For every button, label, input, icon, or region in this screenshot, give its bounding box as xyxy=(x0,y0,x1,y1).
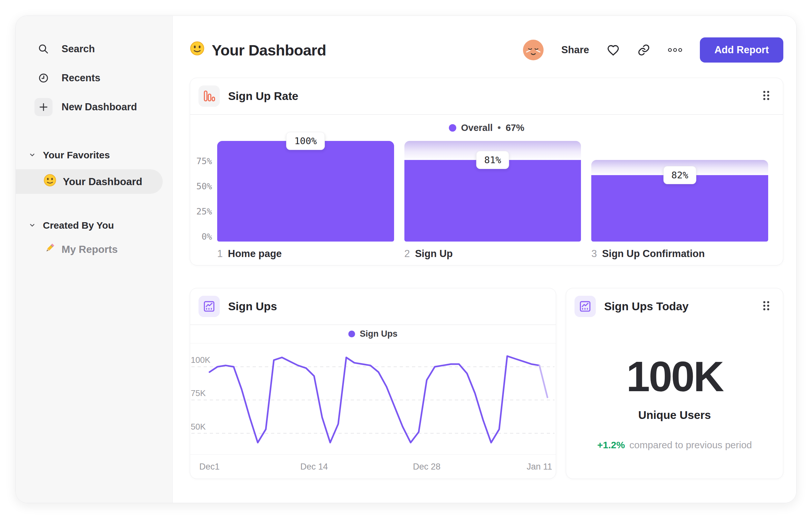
line-x-tick: Jan 11 xyxy=(526,462,552,472)
signups-card-header: Sign Ups xyxy=(190,288,556,324)
signups-line-chart: 100K75K50K xyxy=(190,344,556,455)
signups-series-line xyxy=(209,356,540,442)
step-number: 3 xyxy=(591,248,597,260)
pencil-emoji-icon xyxy=(44,242,56,257)
funnel-y-axis: 75%50%25%0% xyxy=(192,141,212,242)
legend-dot xyxy=(348,331,355,337)
share-button[interactable]: Share xyxy=(561,44,589,56)
step-name: Sign Up xyxy=(415,248,453,260)
legend-separator: • xyxy=(497,123,501,133)
line-x-axis: Dec1Dec 14Dec 28Jan 11 xyxy=(190,455,556,479)
step-number: 1 xyxy=(217,248,223,260)
line-plot-area[interactable]: 100K75K50K xyxy=(190,344,556,455)
sidebar-item-label: My Reports xyxy=(62,243,118,255)
funnel-bar-2[interactable]: 81% xyxy=(404,141,581,242)
page-title: Your Dashboard xyxy=(212,41,326,59)
funnel-bar-value-badge: 100% xyxy=(286,132,325,150)
funnel-step-label: 2Sign Up xyxy=(404,248,581,260)
delta-row: +1.2% compared to previous period xyxy=(566,440,783,451)
sidebar-item-label: Recents xyxy=(62,72,100,84)
favorite-heart-icon[interactable] xyxy=(606,43,620,57)
line-chart-icon xyxy=(575,296,596,317)
legend-value: 67% xyxy=(505,123,524,133)
sidebar-item-recents[interactable]: Recents xyxy=(16,63,172,92)
funnel-bar-3[interactable]: 82% xyxy=(591,141,768,242)
signups-today-card-header: Sign Ups Today xyxy=(566,288,783,324)
card-title: Sign Ups Today xyxy=(604,300,689,313)
plus-icon xyxy=(34,98,53,116)
avatar[interactable] xyxy=(523,39,544,61)
signups-series-line xyxy=(540,365,547,397)
clock-icon xyxy=(34,69,53,87)
add-report-button[interactable]: Add Report xyxy=(700,37,783,62)
card-title: Sign Ups xyxy=(228,300,277,313)
funnel-step-labels: 1Home page2Sign Up3Sign Up Confirmation xyxy=(217,242,768,260)
more-options-icon[interactable] xyxy=(668,48,683,52)
sidebar-item-label: New Dashboard xyxy=(62,101,137,113)
funnel-bar-fill xyxy=(591,175,768,242)
signup-rate-card: Sign Up Rate Overall • 67% xyxy=(190,78,783,265)
header-controls: Share xyxy=(523,37,783,62)
step-number: 2 xyxy=(404,248,410,260)
drag-handle-icon[interactable] xyxy=(762,300,771,313)
sidebar-section-created-by-you[interactable]: Created By You xyxy=(16,214,172,237)
section-label: Created By You xyxy=(43,220,114,231)
funnel-chart: 75%50%25%0% 100%81%82% 1Home page2Sign U… xyxy=(190,140,783,265)
dashboard-header: Your Dashboard Share xyxy=(190,34,783,65)
line-y-tick: 50K xyxy=(191,422,206,431)
line-x-tick: Dec 14 xyxy=(300,462,328,472)
legend-dot xyxy=(449,124,456,132)
sidebar-item-my-reports[interactable]: My Reports xyxy=(16,237,172,262)
funnel-bar-value-badge: 82% xyxy=(663,166,696,184)
sidebar-item-label: Your Dashboard xyxy=(63,176,142,188)
funnel-bar-fill xyxy=(217,141,394,242)
main-area: Your Dashboard Share xyxy=(173,16,796,503)
signups-today-card: Sign Ups Today 100K Unique Users xyxy=(566,288,783,479)
line-legend: Sign Ups xyxy=(190,325,556,344)
page-title-wrap: Your Dashboard xyxy=(190,41,326,59)
funnel-y-tick: 75% xyxy=(196,156,212,166)
sidebar: Search Recents New Dashboard xyxy=(16,16,173,503)
legend-label: Overall xyxy=(461,123,493,133)
smiley-emoji-icon xyxy=(44,174,56,189)
signups-card: Sign Ups Sign Ups 100K75K50K Dec1Dec 14D… xyxy=(190,288,556,479)
sidebar-section-your-favorites[interactable]: Your Favorites xyxy=(16,143,172,167)
sidebar-spacer xyxy=(16,121,172,138)
funnel-bar-1[interactable]: 100% xyxy=(217,141,394,242)
search-icon xyxy=(34,40,53,58)
smiley-emoji-icon xyxy=(190,41,205,59)
funnel-plot-area: 100%81%82% xyxy=(217,141,768,242)
funnel-y-tick: 50% xyxy=(196,181,212,191)
chevron-down-icon xyxy=(29,150,36,161)
app-window: Search Recents New Dashboard xyxy=(16,16,796,503)
funnel-bar-value-badge: 81% xyxy=(476,151,509,169)
unique-users-value: 100K xyxy=(566,352,783,401)
card-title: Sign Up Rate xyxy=(228,90,298,103)
funnel-step-label: 3Sign Up Confirmation xyxy=(591,248,768,260)
bar-chart-icon xyxy=(199,85,220,107)
funnel-y-tick: 0% xyxy=(201,231,212,241)
unique-users-label: Unique Users xyxy=(566,409,783,422)
drag-handle-icon[interactable] xyxy=(762,90,771,103)
cards-row: Sign Ups Sign Ups 100K75K50K Dec1Dec 14D… xyxy=(190,288,783,479)
funnel-legend: Overall • 67% xyxy=(190,115,783,140)
funnel-step-label: 1Home page xyxy=(217,248,394,260)
funnel-y-tick: 25% xyxy=(196,206,212,216)
delta-caption: compared to previous period xyxy=(629,440,752,451)
line-chart-icon xyxy=(199,296,220,317)
signup-rate-card-header: Sign Up Rate xyxy=(190,78,783,114)
step-name: Sign Up Confirmation xyxy=(602,248,705,260)
line-y-tick: 100K xyxy=(191,355,210,364)
sidebar-item-your-dashboard[interactable]: Your Dashboard xyxy=(16,169,163,194)
line-x-tick: Dec 28 xyxy=(413,462,441,472)
line-x-tick: Dec1 xyxy=(199,462,220,472)
sidebar-item-search[interactable]: Search xyxy=(16,34,172,63)
funnel-bar-fill xyxy=(404,160,581,242)
chevron-down-icon xyxy=(29,220,36,231)
sidebar-item-label: Search xyxy=(62,43,95,55)
legend-label: Sign Ups xyxy=(359,329,397,339)
sidebar-item-new-dashboard[interactable]: New Dashboard xyxy=(16,92,172,121)
copy-link-icon[interactable] xyxy=(637,44,650,56)
section-label: Your Favorites xyxy=(43,150,110,161)
line-y-tick: 75K xyxy=(191,389,206,398)
